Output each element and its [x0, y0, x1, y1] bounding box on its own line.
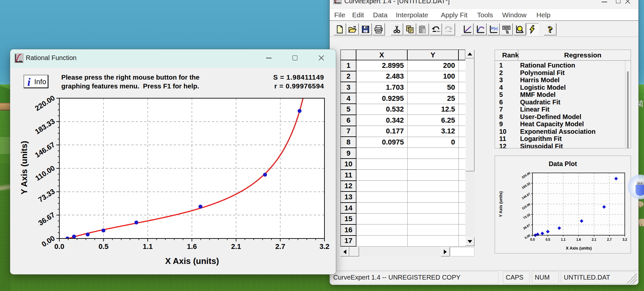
svg-text:3.2: 3.2	[320, 242, 330, 251]
svg-text:183.33: 183.33	[521, 181, 531, 190]
svg-text:183.33: 183.33	[34, 117, 56, 136]
svg-text:36.67: 36.67	[522, 223, 531, 230]
svg-text:0.00: 0.00	[524, 233, 531, 239]
svg-text:P(x): P(x)	[491, 26, 498, 30]
svg-text:220.00: 220.00	[34, 94, 56, 113]
svg-text:0.00: 0.00	[40, 234, 56, 248]
svg-text:36.67: 36.67	[37, 211, 56, 227]
svg-text:2.7: 2.7	[275, 242, 285, 251]
svg-text:1.6: 1.6	[187, 242, 197, 251]
svg-text:1.1: 1.1	[143, 242, 153, 251]
svg-text:146.67: 146.67	[34, 141, 56, 160]
svg-text:Y Axis (units): Y Axis (units)	[19, 141, 29, 195]
svg-text:110.00: 110.00	[34, 164, 56, 182]
svg-text:?: ?	[547, 25, 552, 34]
svg-text:220.00: 220.00	[521, 171, 531, 179]
svg-text:X Axis (units): X Axis (units)	[165, 256, 219, 266]
svg-text:110.00: 110.00	[521, 202, 531, 210]
svg-text:0.5: 0.5	[98, 242, 109, 251]
svg-text:X Axis (units): X Axis (units)	[566, 246, 592, 251]
svg-text:1.6: 1.6	[577, 238, 581, 241]
svg-text:Y Axis (units): Y Axis (units)	[499, 191, 503, 217]
svg-text:2.1: 2.1	[231, 242, 241, 251]
svg-text:2.7: 2.7	[607, 238, 612, 241]
svg-text:0.0: 0.0	[54, 242, 65, 251]
svg-text:1.1: 1.1	[561, 238, 565, 241]
svg-text:0.0: 0.0	[530, 238, 535, 241]
svg-text:0.5: 0.5	[546, 238, 550, 241]
svg-text:146.67: 146.67	[521, 192, 531, 200]
svg-text:73.33: 73.33	[522, 213, 531, 220]
svg-text:2.1: 2.1	[592, 238, 596, 241]
svg-text:3.2: 3.2	[622, 238, 627, 241]
svg-text:73.33: 73.33	[37, 187, 56, 204]
